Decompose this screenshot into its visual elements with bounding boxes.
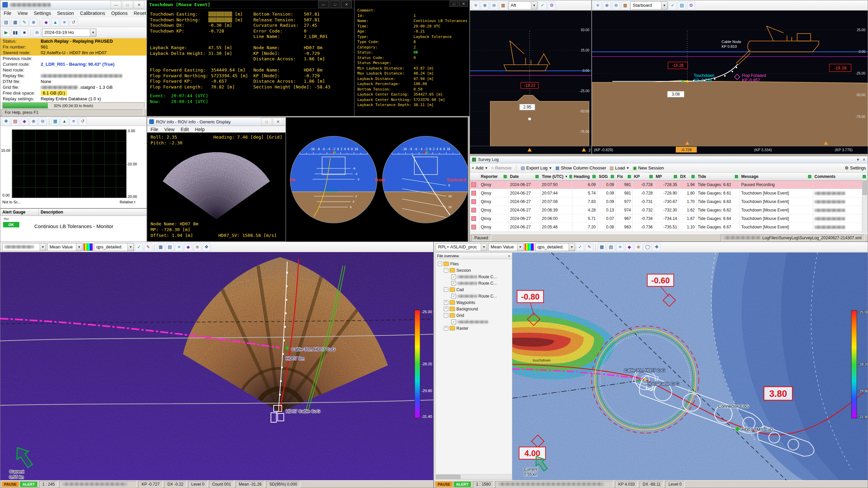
zoom-extent-icon[interactable]: ⊕ [634,243,643,251]
maximize-button[interactable]: □ [122,1,133,8]
column-chooser-button[interactable]: ▦Show Column Chooser [555,165,606,170]
bathymetry-map-canvas[interactable]: touchdown Cable 30m HD07 CoG HD07 Cable … [512,252,868,481]
filter-icon[interactable] [611,175,614,178]
pin-icon[interactable]: ▼ [856,158,860,162]
header-date[interactable]: Date [509,173,540,180]
palette-combo[interactable]: qps_detailed.▼ [535,243,575,251]
maximize-button[interactable]: □ [450,1,458,7]
layers-icon[interactable]: ≡ [616,243,624,251]
filter-icon[interactable] [649,175,653,178]
ruler-icon[interactable]: ▤ [678,1,686,9]
vertical-scrollbar[interactable] [862,180,867,233]
zoom-extent-icon[interactable]: ⊕ [193,243,201,251]
expand-icon[interactable]: + [444,300,448,305]
pan-icon[interactable]: ✥ [653,243,661,251]
play-icon[interactable]: ▶ [2,28,10,37]
alert-gauge-body[interactable]: Rec OK Continious LB Tolerances - Monito… [0,216,146,242]
pause-icon[interactable]: ▮▮ [11,28,19,37]
settings-icon[interactable]: ⚙ [548,1,556,9]
layers-icon[interactable]: ≡ [472,1,480,9]
value-mode-combo[interactable]: Mean Value▼ [47,243,82,251]
collapse-icon[interactable]: − [444,268,448,272]
header-tide[interactable]: Tide [696,173,740,180]
header-mp[interactable]: MP [654,173,679,180]
zoom-out-icon[interactable]: ⊖ [612,1,620,9]
link-icon[interactable]: ⊕ [29,18,38,26]
header-sog[interactable]: SOG [597,173,616,180]
scrollbar-thumb[interactable] [436,475,460,479]
checkbox-checked[interactable]: ✓ [451,274,456,279]
log-row[interactable]: Qinsy 2024-06-27 20:07:44 5.74 0.09 981 … [470,189,868,198]
zoom-out-icon[interactable]: ⊖ [39,117,47,125]
load-button[interactable]: ▥Load▼ [610,165,629,170]
collapse-icon[interactable]: − [444,313,448,318]
layer-select-combo[interactable]: ▼ [2,243,46,251]
close-button[interactable]: ✕ [341,1,352,8]
minimize-button[interactable]: — [318,1,329,8]
close-icon[interactable]: ✕ [508,254,511,258]
table-icon[interactable]: ▤ [607,243,615,251]
edit-icon[interactable]: ✎ [585,243,593,251]
new-database-icon[interactable]: ▤ [2,18,10,26]
palette-icon[interactable]: ◆ [20,117,28,125]
settings-icon[interactable]: ⚙ [687,1,695,9]
header-kp[interactable]: KP [633,173,654,180]
profile-aft-view[interactable]: -18.22 2.95 50.00 25.00 0.00 -25.00 -50.… [470,11,591,154]
open-icon[interactable]: ▦ [11,18,19,26]
anchor-icon[interactable]: ◆ [625,243,633,251]
table-icon[interactable]: ▤ [166,243,174,251]
menu-reset[interactable]: Reset [134,11,146,16]
header-reporter[interactable]: Reporter [479,173,509,180]
checkbox-checked[interactable]: ✓ [451,320,456,324]
log-row[interactable]: Qinsy 2024-06-27 20:07:50 6.09 0.09 981 … [470,181,868,189]
menu-edit[interactable]: Edit [181,127,189,132]
menu-session[interactable]: Session [57,11,74,16]
log-row[interactable]: Qinsy 2024-06-27 20:07:08 7.83 0.09 977 … [470,198,868,206]
horizontal-scrollbar[interactable] [436,474,512,479]
edit-icon[interactable]: ✎ [144,243,152,251]
add-button[interactable]: +Add▼ [472,165,488,170]
stop-icon[interactable]: ■ [20,28,28,37]
close-button[interactable]: ✕ [273,118,283,125]
print-icon[interactable]: ▤ [11,117,19,125]
reset-view-icon[interactable]: ↺ [79,117,87,125]
fit-view-icon[interactable]: ▦ [621,1,629,9]
filter-icon[interactable] [569,175,572,178]
layers-icon[interactable]: ≡ [594,1,602,9]
tree-item-cad[interactable]: −Cad [436,286,511,293]
menu-view[interactable]: View [164,127,175,132]
tree-item-route-file[interactable]: ✓Route C... [436,273,511,280]
layer-select-combo[interactable]: RPL+ ASLAID_proc▼ [436,243,487,251]
zoom-in-icon[interactable]: ⊕ [603,1,611,9]
filter-icon[interactable] [592,175,596,178]
follow-icon[interactable]: ✓ [538,1,547,9]
export-log-button[interactable]: ▤Export Log▼ [521,165,552,170]
controller-titlebar[interactable]: — □ ✕ [0,0,146,9]
layers-icon[interactable]: ≡ [175,243,183,251]
header-fix[interactable]: Fix [616,173,633,180]
tree-item-background[interactable]: +Background [436,306,511,312]
draw-check-icon[interactable]: ✓ [135,243,143,251]
trend-icon[interactable]: ▲ [60,117,68,125]
grid-toggle-icon[interactable]: ≡ [70,117,78,125]
menu-calibrations[interactable]: Calibrations [80,11,105,16]
log-row[interactable]: Qinsy 2024-06-27 20:06:00 5.71 0.07 967 … [470,215,868,223]
menu-options[interactable]: Options [111,11,127,16]
menu-file[interactable]: File [151,127,158,132]
header-time[interactable]: Time (UTC)▼ [540,173,572,180]
log-row[interactable]: Qinsy 2024-06-27 20:05:46 7.20 0.08 963 … [470,223,868,231]
tree-item-files[interactable]: −Files [436,261,511,267]
rov-titlebar[interactable]: ROV info - ROV info - Generic Display □ … [147,118,285,126]
filter-icon[interactable] [674,175,677,178]
menu-file[interactable]: File [4,11,12,16]
filter-icon[interactable] [628,175,631,178]
tree-item-cad-file[interactable]: ✓Route C... [436,293,511,299]
new-session-button[interactable]: ▣New Session [633,165,664,170]
view-direction-combo[interactable]: Starboard ▼ [630,1,668,9]
refresh-icon[interactable]: ↺ [70,18,78,26]
replay-date-combo[interactable]: 2024-03-19 Ho ▼ [42,28,96,37]
tree-item-route-file[interactable]: ✓Route C... [436,280,511,286]
zoom-in-icon[interactable]: ⊕ [481,1,489,9]
close-button[interactable]: ✕ [134,1,144,8]
color-ramp-swatch[interactable] [525,243,534,251]
